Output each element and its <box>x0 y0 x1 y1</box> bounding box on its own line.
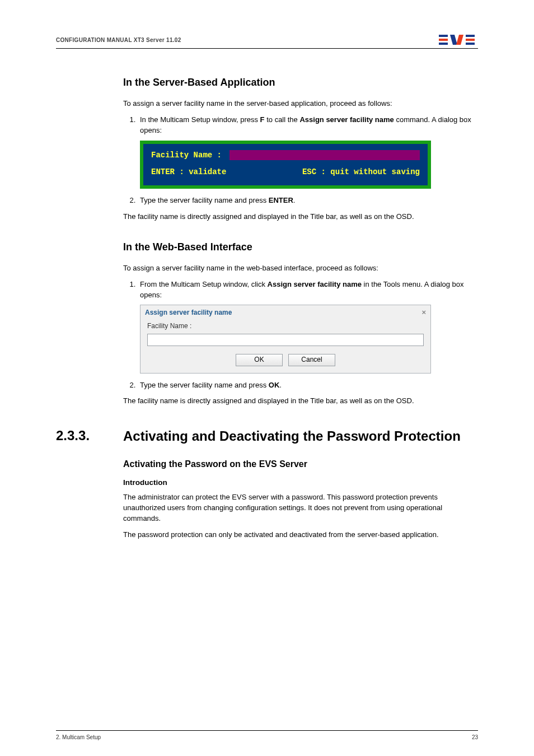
dialog-facility-label: Facility Name : <box>147 321 424 331</box>
key-ok: OK <box>269 381 280 389</box>
cancel-button[interactable]: Cancel <box>288 354 335 366</box>
terminal-enter-hint: ENTER : validate <box>151 166 226 178</box>
terminal-dialog: Facility Name : ENTER : validate ESC : q… <box>140 141 431 189</box>
text: Type the server facility name and press <box>140 196 269 204</box>
ok-button-label: OK <box>254 355 264 365</box>
dialog-title: Assign server facility name <box>145 308 232 318</box>
svg-rect-0 <box>439 35 448 37</box>
svg-rect-2 <box>439 43 448 45</box>
cancel-button-label: Cancel <box>301 355 322 365</box>
close-icon[interactable]: × <box>421 307 426 318</box>
text: Type the server facility name and press <box>140 381 269 389</box>
terminal-facility-label: Facility Name : <box>151 150 222 161</box>
web-based-step-1: From the Multicam Setup window, click As… <box>138 279 478 374</box>
evs-logo <box>439 34 478 46</box>
header-title: CONFIGURATION MANUAL XT3 Server 11.02 <box>56 37 181 43</box>
text: In the Multicam Setup window, press <box>140 115 260 124</box>
svg-marker-3 <box>450 35 457 45</box>
footer-page-number: 23 <box>472 734 478 740</box>
key-enter: ENTER <box>269 196 293 204</box>
svg-rect-1 <box>439 39 448 41</box>
heading-introduction: Introduction <box>123 478 478 487</box>
terminal-facility-input[interactable] <box>229 150 420 160</box>
web-based-step-2: Type the server facility name and press … <box>138 380 478 391</box>
web-based-steps: From the Multicam Setup window, click As… <box>123 279 478 391</box>
text: to call the <box>265 115 300 124</box>
dialog-facility-input[interactable] <box>147 334 424 346</box>
server-based-step-2: Type the server facility name and press … <box>138 195 478 206</box>
web-based-intro: To assign a server facility name in the … <box>123 263 478 274</box>
assign-facility-dialog: Assign server facility name × Facility N… <box>140 305 431 373</box>
heading-activating-password: Activating the Password on the EVS Serve… <box>123 459 478 469</box>
ok-button[interactable]: OK <box>236 354 283 366</box>
text: . <box>279 381 282 389</box>
key-f: F <box>260 115 265 124</box>
server-based-step-1: In the Multicam Setup window, press F to… <box>138 115 478 189</box>
cmd-assign: Assign server facility name <box>299 115 394 124</box>
evs-logo-icon <box>439 34 478 46</box>
password-intro-1: The administrator can protect the EVS se… <box>123 492 478 524</box>
terminal-esc-hint: ESC : quit without saving <box>302 166 420 178</box>
server-based-intro: To assign a server facility name in the … <box>123 99 478 109</box>
section-233: 2.3.3. Activating and Deactivating the P… <box>56 428 478 445</box>
heading-server-based: In the Server-Based Application <box>123 77 478 88</box>
text: . <box>293 196 296 204</box>
svg-marker-4 <box>456 35 463 45</box>
text: From the Multicam Setup window, click <box>140 280 268 288</box>
page-header: CONFIGURATION MANUAL XT3 Server 11.02 <box>56 34 478 49</box>
heading-web-based: In the Web-Based Interface <box>123 241 478 253</box>
section-title: Activating and Deactivating the Password… <box>123 428 461 445</box>
svg-rect-5 <box>466 35 475 37</box>
cmd-assign-web: Assign server facility name <box>268 280 362 288</box>
footer-left: 2. Multicam Setup <box>56 734 101 740</box>
svg-rect-6 <box>466 39 475 41</box>
page-footer: 2. Multicam Setup 23 <box>56 730 478 740</box>
password-intro-2: The password protection can only be acti… <box>123 530 478 540</box>
section-number: 2.3.3. <box>56 428 109 444</box>
server-based-outro: The facility name is directly assigned a… <box>123 212 478 222</box>
web-based-outro: The facility name is directly assigned a… <box>123 396 478 407</box>
svg-rect-7 <box>466 43 475 45</box>
server-based-steps: In the Multicam Setup window, press F to… <box>123 115 478 206</box>
